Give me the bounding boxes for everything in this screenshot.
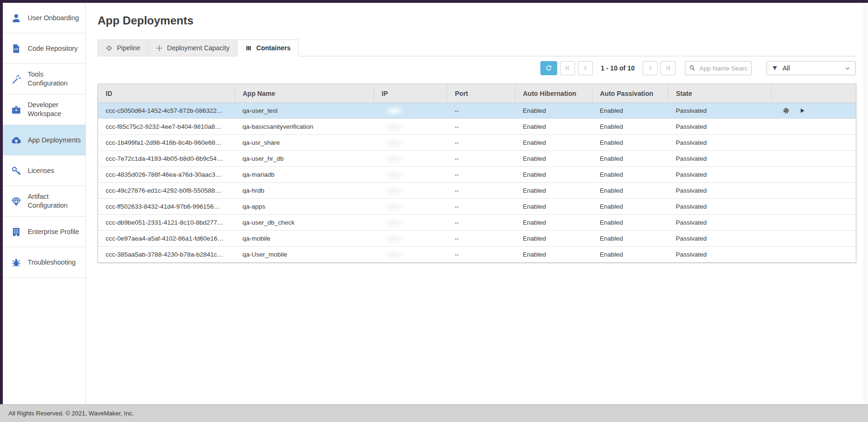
tab-deployment-capacity[interactable]: Deployment Capacity	[148, 39, 238, 56]
cell-auto-passivation: Enabled	[592, 103, 668, 119]
sidebar-item-user-onboarding[interactable]: User Onboarding	[3, 3, 85, 33]
cell-auto-hibernation: Enabled	[515, 247, 592, 263]
sidebar-item-app-deployments[interactable]: App Deployments	[3, 125, 85, 156]
cell-ip	[374, 215, 447, 231]
cell-ip	[374, 103, 447, 119]
cell-id: ccc-c5050d64-1452-4c57-872b-086322…	[98, 103, 235, 119]
sidebar-item-enterprise-profile[interactable]: Enterprise Profile	[3, 217, 85, 247]
cell-ip	[374, 119, 447, 135]
cell-app-name: qa-apps	[235, 199, 374, 215]
cell-id: ccc-ff502633-8432-41d4-97b6-996156…	[98, 199, 235, 215]
footer: All Rights Reserved. © 2021, WaveMaker, …	[0, 404, 868, 422]
cell-id: ccc-49c27876-ed1c-4292-b0f8-550588…	[98, 183, 235, 199]
column-header-id: ID	[98, 84, 235, 103]
tab-label: Containers	[256, 44, 291, 52]
run-play-icon[interactable]	[798, 107, 806, 115]
column-header-auto-hibernation: Auto Hibernation	[515, 84, 592, 103]
table-row[interactable]: ccc-c5050d64-1452-4c57-872b-086322…qa-us…	[98, 103, 856, 119]
cell-actions	[772, 135, 856, 151]
cell-auto-hibernation: Enabled	[515, 151, 592, 167]
sidebar-item-licenses[interactable]: Licenses	[3, 156, 85, 186]
cell-ip	[374, 135, 447, 151]
cell-auto-passivation: Enabled	[592, 119, 668, 135]
column-header-port: Port	[447, 84, 515, 103]
table-header: IDApp NameIPPortAuto HibernationAuto Pas…	[98, 84, 856, 103]
cell-state: Passivated	[668, 167, 772, 183]
funnel-icon	[772, 65, 778, 71]
refresh-icon	[545, 64, 553, 72]
redacted-ip-value	[384, 153, 405, 164]
svg-text:</>: </>	[14, 47, 18, 51]
redacted-ip-value	[384, 249, 405, 260]
redacted-ip-value	[384, 185, 405, 196]
cell-app-name: qa-user_test	[235, 103, 374, 119]
table-row[interactable]: ccc-db9be051-2331-4121-8c10-8bd277…qa-us…	[98, 215, 856, 231]
cell-auto-hibernation: Enabled	[515, 135, 592, 151]
cell-state: Passivated	[668, 151, 772, 167]
sidebar-item-tools-configuration[interactable]: Tools Configuration	[3, 64, 85, 94]
sidebar-item-troubleshooting[interactable]: Troubleshooting	[3, 247, 85, 278]
last-page-button[interactable]	[661, 61, 676, 75]
magic-wand-icon	[10, 73, 22, 85]
main-content: App Deployments PipelineDeployment Capac…	[86, 3, 868, 404]
top-accent-bar	[0, 0, 868, 3]
chevron-left-icon	[582, 64, 589, 72]
cell-port: --	[447, 231, 515, 247]
refresh-button[interactable]	[540, 61, 557, 75]
previous-page-button[interactable]	[578, 61, 593, 75]
cell-port: --	[447, 183, 515, 199]
tab-pipeline[interactable]: Pipeline	[98, 39, 148, 56]
cell-app-name: qa-user_db_check	[235, 215, 374, 231]
sidebar-item-code-repository[interactable]: </>Code Repository	[3, 33, 85, 64]
next-page-button[interactable]	[643, 61, 658, 75]
redacted-ip-value	[384, 105, 405, 117]
columns-icon	[245, 45, 252, 52]
table-row[interactable]: ccc-1b499fa1-2d98-416b-8c4b-960e68…qa-us…	[98, 135, 856, 151]
cell-actions	[772, 231, 856, 247]
first-page-icon	[564, 64, 571, 72]
cell-app-name: qa-basicsanityverification	[235, 119, 374, 135]
cell-id: ccc-4835d026-788f-46ea-a76d-30aac3…	[98, 167, 235, 183]
briefcase-icon	[10, 104, 22, 115]
table-row[interactable]: ccc-385aa5ab-3788-4230-b78a-b2841c…qa-Us…	[98, 247, 856, 263]
sidebar-item-developer-workspace[interactable]: Developer Workspace	[3, 94, 85, 125]
column-header-state: State	[668, 84, 772, 103]
search-box	[685, 61, 752, 75]
cell-actions	[772, 119, 856, 135]
cell-id: ccc-f85c75c2-9232-4ee7-b404-9810a8…	[98, 119, 235, 135]
sidebar-item-artifact-configuration[interactable]: Artifact Configuration	[3, 186, 85, 217]
table-row[interactable]: ccc-f85c75c2-9232-4ee7-b404-9810a8…qa-ba…	[98, 119, 856, 135]
building-icon	[10, 226, 22, 237]
settings-gear-icon[interactable]	[782, 107, 790, 115]
cell-port: --	[447, 119, 515, 135]
toolbar: 1 - 10 of 10 All	[98, 61, 856, 76]
sidebar-item-label: Troubleshooting	[28, 258, 77, 267]
cell-id: ccc-1b499fa1-2d98-416b-8c4b-960e68…	[98, 135, 235, 151]
sidebar-item-label: Licenses	[28, 166, 56, 175]
redacted-ip-value	[384, 233, 405, 244]
first-page-button[interactable]	[560, 61, 575, 75]
cell-state: Passivated	[668, 231, 772, 247]
cell-actions	[772, 151, 856, 167]
move-icon	[156, 45, 163, 52]
table-row[interactable]: ccc-4835d026-788f-46ea-a76d-30aac3…qa-ma…	[98, 167, 856, 183]
cell-ip	[374, 199, 447, 215]
diamond-icon	[10, 195, 22, 207]
redacted-ip-value	[384, 217, 405, 228]
table-row[interactable]: ccc-0e97aea4-a5af-4102-86a1-fd60e16…qa-m…	[98, 231, 856, 247]
table-row[interactable]: ccc-ff502633-8432-41d4-97b6-996156…qa-ap…	[98, 199, 856, 215]
cell-state: Passivated	[668, 247, 772, 263]
cell-id: ccc-385aa5ab-3788-4230-b78a-b2841c…	[98, 247, 235, 263]
sidebar-item-label: Developer Workspace	[28, 101, 85, 118]
tab-containers[interactable]: Containers	[237, 39, 299, 56]
page-title: App Deployments	[98, 14, 868, 27]
table-row[interactable]: ccc-49c27876-ed1c-4292-b0f8-550588…qa-hr…	[98, 183, 856, 199]
cell-auto-hibernation: Enabled	[515, 199, 592, 215]
table-row[interactable]: ccc-7e72c1da-4193-4b05-b8d0-6b9c54…qa-us…	[98, 151, 856, 167]
cell-state: Passivated	[668, 183, 772, 199]
state-filter-dropdown[interactable]: All	[767, 61, 856, 75]
scrollbar-track[interactable]	[864, 3, 868, 404]
cell-actions	[772, 215, 856, 231]
sidebar-item-label: User Onboarding	[28, 14, 81, 23]
chevron-down-icon	[845, 65, 851, 71]
